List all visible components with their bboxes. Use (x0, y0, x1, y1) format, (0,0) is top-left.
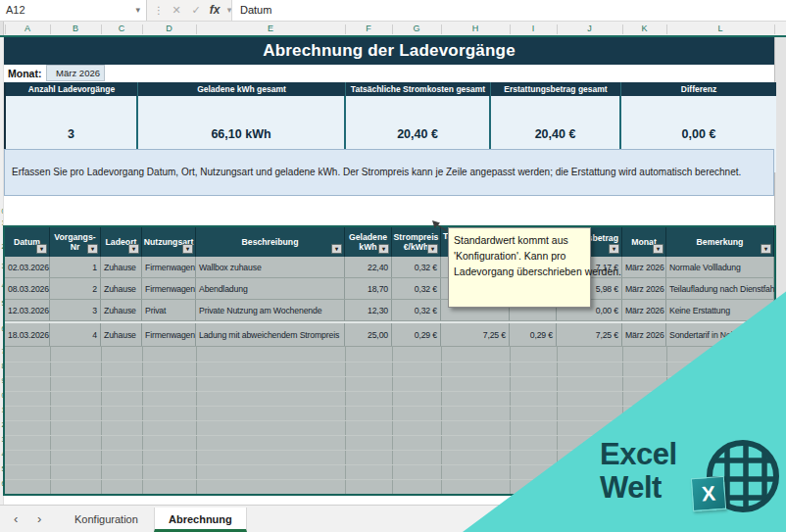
filter-button[interactable]: ▾ (128, 244, 139, 254)
row-number[interactable]: 7 (1, 348, 4, 356)
table-header-cell[interactable]: Nutzungsart▾ (142, 227, 196, 257)
row-number[interactable]: 1 (1, 219, 4, 227)
column-header-letter[interactable]: E (268, 23, 273, 35)
table-cell[interactable]: Privat (142, 300, 196, 320)
filter-button[interactable]: ▾ (331, 244, 342, 254)
table-cell[interactable]: 7,25 € (557, 323, 622, 346)
table-cell[interactable]: 12,30 (345, 300, 392, 320)
table-cell[interactable]: Wallbox zuhause (196, 257, 345, 277)
filter-button[interactable]: ▾ (609, 244, 619, 254)
grid-line (5, 362, 774, 363)
column-separator (5, 24, 6, 34)
column-headers-strip: ABCDEFGHIJKL (0, 22, 786, 37)
table-cell[interactable]: 0,32 € (392, 278, 441, 299)
table-cell[interactable]: Zuhause (101, 257, 142, 277)
table-cell[interactable]: 0,29 € (392, 323, 441, 346)
row-number[interactable]: 6 (1, 480, 4, 488)
row-number[interactable]: 0 (1, 392, 4, 400)
table-cell[interactable]: 3 (50, 300, 101, 320)
table-cell[interactable]: Zuhause (101, 278, 142, 299)
sheet-tab-konfiguration[interactable]: Konfiguration (61, 508, 152, 532)
row-number[interactable]: 5 (1, 300, 4, 308)
table-cell[interactable]: 25,00 (345, 323, 392, 346)
table-cell[interactable]: März 2026 (622, 278, 666, 299)
row-number[interactable]: 4 (1, 282, 4, 290)
column-header-letter[interactable]: K (641, 23, 647, 35)
cancel-icon[interactable]: ✕ (169, 0, 184, 21)
table-header-cell[interactable]: Datum▾ (5, 227, 50, 257)
column-header-letter[interactable]: H (472, 23, 479, 35)
table-header-cell[interactable]: Monat▾ (622, 227, 666, 257)
table-cell[interactable]: 4 (50, 323, 101, 346)
column-header-letter[interactable]: C (119, 23, 125, 35)
column-header-letter[interactable]: A (25, 23, 30, 35)
row-number[interactable]: 9 (1, 377, 4, 385)
fx-icon[interactable]: fx (207, 0, 222, 21)
table-cell[interactable]: 0,32 € (392, 300, 441, 320)
column-header-letter[interactable]: B (73, 23, 78, 35)
table-cell[interactable]: 08.03.2026 (5, 278, 50, 299)
table-cell[interactable]: Zuhause (101, 323, 142, 346)
table-cell[interactable]: 0,29 € (510, 323, 557, 346)
next-sheet-arrow[interactable]: › (37, 511, 41, 526)
row-number[interactable]: 3 (1, 263, 4, 270)
table-cell[interactable]: 12.03.2026 (5, 300, 50, 320)
filter-button[interactable]: ▾ (378, 244, 389, 254)
row-number[interactable]: 4 (1, 451, 4, 459)
table-header-cell[interactable]: Vorgangs-Nr▾ (50, 227, 101, 257)
select-all-corner[interactable] (0, 22, 4, 35)
table-cell[interactable]: 02.03.2026 (5, 257, 50, 277)
filter-button[interactable]: ▾ (653, 244, 663, 254)
table-cell[interactable]: Firmenwagen (142, 257, 196, 277)
column-separator (50, 24, 51, 34)
table-cell[interactable]: Firmenwagen (142, 323, 196, 346)
row-number[interactable]: 2 (1, 421, 4, 429)
table-cell[interactable]: Private Nutzung am Wochenende (196, 300, 345, 320)
table-cell[interactable]: Firmenwagen (142, 278, 196, 299)
cell-name-box[interactable]: A12 ▾ (0, 0, 147, 21)
row-number[interactable]: 1 (1, 407, 4, 414)
row-number[interactable]: 3 (1, 436, 4, 444)
table-cell[interactable]: Abendladung (196, 278, 345, 299)
row-number[interactable]: 2 (1, 243, 4, 251)
row-number[interactable]: 8 (1, 363, 4, 370)
table-cell[interactable]: Ladung mit abweichendem Strompreis (196, 323, 345, 346)
column-header-letter[interactable]: G (413, 23, 419, 35)
row-number[interactable]: 5 (1, 465, 4, 473)
table-cell[interactable]: Teilaufladung nach Dienstfahrt (666, 278, 774, 299)
chevron-down-icon[interactable]: ▾ (135, 0, 140, 21)
filter-button[interactable]: ▾ (182, 244, 193, 254)
formula-bar-input[interactable]: Datum (231, 0, 786, 21)
column-header-letter[interactable]: D (166, 23, 172, 35)
filter-button[interactable]: ▾ (36, 244, 47, 254)
table-cell[interactable]: Normale Vollladung (666, 257, 774, 277)
month-cell[interactable]: März 2026 (46, 65, 105, 81)
table-cell[interactable]: März 2026 (622, 300, 666, 320)
table-cell[interactable]: 22,40 (345, 257, 392, 277)
table-cell[interactable]: März 2026 (622, 323, 666, 346)
confirm-icon[interactable]: ✓ (188, 0, 204, 21)
filter-button[interactable]: ▾ (761, 244, 771, 254)
table-cell[interactable]: 1 (50, 257, 101, 277)
table-cell[interactable]: 18.03.2026 (5, 323, 50, 346)
table-header-cell[interactable]: Bemerkung▾ (666, 227, 774, 257)
column-header-letter[interactable]: I (532, 23, 535, 35)
table-cell[interactable]: 0,32 € (392, 257, 441, 277)
table-header-cell[interactable]: Ladeort▾ (101, 227, 142, 257)
row-number[interactable]: 6 (1, 325, 4, 333)
filter-button[interactable]: ▾ (427, 244, 438, 254)
row-number[interactable]: 0 (1, 208, 4, 216)
table-cell[interactable]: 18,70 (345, 278, 392, 299)
column-header-letter[interactable]: L (717, 23, 722, 35)
table-cell[interactable]: Zuhause (101, 300, 142, 320)
prev-sheet-arrow[interactable]: ‹ (14, 511, 18, 526)
sheet-tab-abrechnung[interactable]: Abrechnung (154, 508, 247, 532)
table-cell[interactable]: März 2026 (622, 257, 666, 277)
filter-button[interactable]: ▾ (87, 244, 98, 254)
column-header-letter[interactable]: F (366, 23, 371, 35)
table-header-cell[interactable]: Geladene kWh▾ (345, 227, 392, 257)
table-cell[interactable]: 2 (50, 278, 101, 299)
table-header-cell[interactable]: Beschreibung▾ (196, 227, 345, 257)
column-header-letter[interactable]: J (587, 23, 592, 35)
table-cell[interactable]: 7,25 € (441, 323, 510, 346)
